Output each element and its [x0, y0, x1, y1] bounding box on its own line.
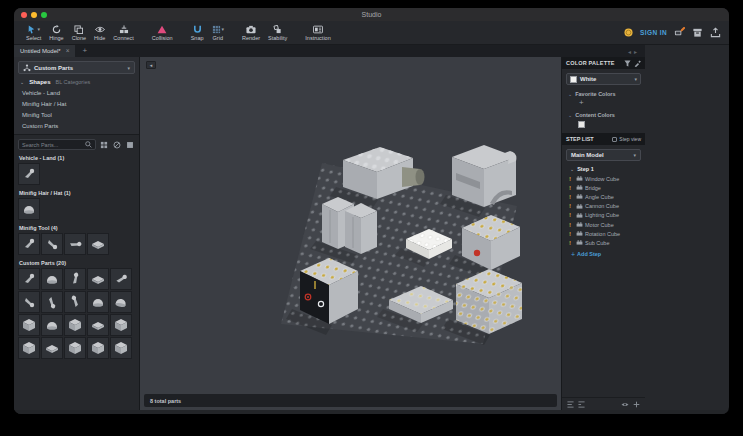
part-icon: [21, 271, 37, 287]
instruction-tool-button[interactable]: Instruction: [305, 24, 330, 41]
section-grid-minifig-hair-hat: [18, 198, 135, 220]
part-thumbnail[interactable]: [18, 233, 40, 255]
part-icon: [44, 236, 60, 252]
section-title: Custom Parts (20): [19, 260, 134, 266]
part-icon: [67, 294, 83, 310]
part-icon: [44, 294, 60, 310]
part-thumbnail[interactable]: [64, 268, 86, 290]
category-minifig-hair-hat[interactable]: Minifig Hair / Hat: [14, 98, 139, 109]
new-tab-button[interactable]: +: [82, 47, 87, 55]
snap-tool-button[interactable]: Snap: [191, 24, 204, 41]
window-bottom-edge: [14, 410, 729, 414]
part-thumbnail[interactable]: [18, 163, 40, 185]
chevron-down-icon: ▾: [127, 65, 130, 71]
tab-shapes[interactable]: Shapes: [29, 79, 50, 85]
sign-in-button[interactable]: SIGN IN: [640, 29, 667, 36]
hide-tool-button[interactable]: Hide: [94, 24, 105, 41]
grid-view-button[interactable]: [98, 139, 109, 150]
paint-roller-icon[interactable]: [674, 27, 685, 38]
part-icon: [21, 236, 37, 252]
part-icon: [113, 271, 129, 287]
connect-tool-button[interactable]: Connect: [113, 24, 134, 41]
search-icon: [85, 141, 92, 148]
part-thumbnail[interactable]: [41, 291, 63, 313]
part-thumbnail[interactable]: [41, 233, 63, 255]
toolbar-right: SIGN IN: [624, 27, 721, 38]
part-thumbnail[interactable]: [87, 314, 109, 336]
section-grid-minifig-tool: [18, 233, 135, 255]
collision-tool-button[interactable]: Collision: [152, 24, 173, 41]
upload-icon[interactable]: [710, 27, 721, 38]
part-thumbnail[interactable]: [18, 268, 40, 290]
close-tab-icon[interactable]: ×: [66, 48, 70, 55]
part-thumbnail[interactable]: [41, 314, 63, 336]
part-icon: [113, 294, 129, 310]
part-thumbnail[interactable]: [87, 233, 109, 255]
window-title: Studio: [14, 11, 729, 18]
part-thumbnail[interactable]: [18, 198, 40, 220]
part-icon: [90, 271, 106, 287]
connect-icon: [119, 24, 129, 34]
collision-icon: [157, 24, 167, 34]
search-input[interactable]: Search Parts...: [18, 139, 96, 150]
stability-tool-button[interactable]: Stability: [268, 24, 287, 41]
part-thumbnail[interactable]: [18, 337, 40, 359]
part-thumbnail[interactable]: [110, 268, 132, 290]
part-icon: [67, 340, 83, 356]
palette-dropdown[interactable]: Custom Parts ▾: [18, 61, 135, 74]
part-icon: [44, 271, 60, 287]
part-thumbnail[interactable]: [64, 233, 86, 255]
tab-untitled-model[interactable]: Untitled Model* ×: [14, 45, 75, 57]
grid-tool-button[interactable]: ▾ Grid: [212, 24, 225, 41]
part-thumbnail[interactable]: [64, 314, 86, 336]
part-icon: [67, 236, 83, 252]
no-symbol-icon: [113, 141, 121, 149]
viewport-status-bar: 8 total parts: [144, 394, 557, 407]
section-grid-custom-parts: [18, 268, 135, 359]
large-thumbnail-icon: [126, 141, 134, 149]
part-icon: [90, 236, 106, 252]
category-custom-parts[interactable]: Custom Parts: [14, 120, 139, 131]
grid-view-icon: [100, 141, 108, 149]
part-icon: [113, 317, 129, 333]
part-icon: [90, 294, 106, 310]
part-thumbnail[interactable]: [64, 291, 86, 313]
clone-icon: [74, 24, 83, 34]
section-title: Vehicle - Land (1): [19, 155, 134, 161]
render-tool-button[interactable]: Render: [242, 24, 260, 41]
camera-icon: [246, 24, 256, 34]
part-thumbnail[interactable]: [87, 291, 109, 313]
part-thumbnail[interactable]: [110, 314, 132, 336]
part-thumbnail[interactable]: [110, 337, 132, 359]
hide-spare-parts-button[interactable]: [111, 139, 122, 150]
collapse-panel-icon[interactable]: ◂: [146, 61, 156, 69]
tab-scroll-arrows[interactable]: ◂▸: [628, 48, 640, 55]
part-thumbnail[interactable]: [64, 337, 86, 359]
category-minifig-tool[interactable]: Minifig Tool: [14, 109, 139, 120]
parts-category-icon: [23, 64, 31, 72]
eye-icon: [95, 24, 105, 34]
part-thumbnail[interactable]: [41, 268, 63, 290]
part-icon: [90, 317, 106, 333]
scene-canvas[interactable]: [140, 57, 645, 410]
snap-icon: [193, 24, 202, 34]
part-thumbnail[interactable]: [87, 268, 109, 290]
part-thumbnail[interactable]: [41, 337, 63, 359]
category-vehicle-land[interactable]: Vehicle - Land: [14, 87, 139, 98]
viewport-3d[interactable]: ◂: [140, 57, 561, 410]
main-toolbar: ▾ Select Hinge Clone Hide Conne: [14, 21, 729, 45]
hinge-icon: [52, 24, 61, 34]
select-tool-button[interactable]: ▾ Select: [26, 24, 41, 41]
part-thumbnail[interactable]: [110, 291, 132, 313]
storage-box-icon[interactable]: [692, 27, 703, 38]
part-thumbnail[interactable]: [18, 314, 40, 336]
clone-tool-button[interactable]: Clone: [72, 24, 86, 41]
part-icon: [67, 317, 83, 333]
part-thumbnail[interactable]: [87, 337, 109, 359]
part-thumbnail[interactable]: [18, 291, 40, 313]
hinge-tool-button[interactable]: Hinge: [49, 24, 63, 41]
tab-bl-categories[interactable]: BL Categories: [56, 79, 91, 85]
chevron-down-icon: ⌄: [20, 79, 24, 85]
part-icon: [21, 166, 37, 182]
thumbnail-size-button[interactable]: [124, 139, 135, 150]
